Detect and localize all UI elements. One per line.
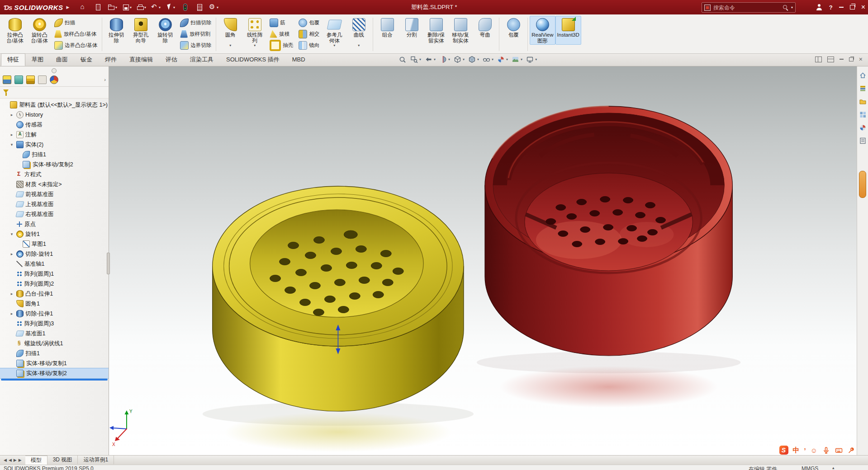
shell-button[interactable]: 抽壳 [268,40,295,51]
dimxpertmanager-tab-icon[interactable] [38,75,47,84]
expand-arrow-icon[interactable]: ▸ [9,291,14,296]
expand-arrow-icon[interactable]: ▾ [9,142,14,147]
tree-item[interactable]: 阵列(圆周)1 [0,269,109,279]
tab-scroll-next-button[interactable]: ▶ [14,458,17,462]
displaymanager-tab-icon[interactable] [50,75,58,84]
linear-pattern-button[interactable]: 线性阵列▾ [242,16,267,48]
display-style-button[interactable]: ▾ [468,55,479,64]
revolve-boss-button[interactable]: 旋转凸台/基体 [27,16,52,45]
curves-button[interactable]: 曲线 ▾ [346,16,371,48]
swept-boss-button[interactable]: 扫描 [52,17,99,28]
document-tab[interactable]: 3D 视图 [47,456,78,464]
ribbon-tab[interactable]: 渲染工具 [184,53,220,66]
taskpane-home-icon[interactable] [859,71,867,79]
boundary-cut-button[interactable]: 边界切除 [178,40,213,51]
wrap-button[interactable]: 包覆 [501,16,526,45]
ime-punctuation-toggle[interactable]: ’ [804,446,806,454]
zoom-area-button[interactable]: ▾ [410,55,421,64]
ribbon-tab[interactable]: 评估 [159,53,184,66]
mirror-button[interactable]: 镜向 [297,40,321,51]
open-file-button[interactable]: ▾ [106,1,119,13]
rebuild-button[interactable] [178,1,192,13]
select-cursor-button[interactable]: ▾ [164,1,177,13]
search-icon[interactable] [783,5,789,11]
view-palette-icon[interactable] [859,110,867,118]
tree-item[interactable]: 材质 <未指定> [0,179,109,189]
split-button[interactable]: 分割 [399,16,424,45]
intersect-button[interactable]: 相交 [297,28,321,39]
panel-splitter-handle[interactable] [107,253,110,274]
previous-view-button[interactable]: ▾ [424,55,436,64]
ribbon-tab[interactable]: MBD [286,53,312,66]
search-dropdown-icon[interactable]: ▾ [791,5,793,9]
tree-item[interactable]: 圆角1 [0,299,109,309]
propertymanager-tab-icon[interactable] [14,75,23,84]
tree-item[interactable]: 实体-移动/复制2 [0,368,109,378]
configurationmanager-tab-icon[interactable] [26,75,35,84]
tree-item[interactable]: ▸切除-旋转1 [0,249,109,259]
print-button[interactable]: ▾ [135,1,148,13]
close-button[interactable]: × [861,4,865,11]
tree-item[interactable]: 前视基准面 [0,189,109,199]
view-orientation-button[interactable]: ▾ [453,55,465,64]
tree-item[interactable]: 传感器 [0,120,109,130]
tree-item[interactable]: 实体-移动/复制2 [0,160,109,169]
tree-item[interactable]: 草图1 [0,239,109,249]
custom-properties-icon[interactable] [859,136,867,145]
delete-keep-body-button[interactable]: 删除/保留实体 [424,16,448,45]
filter-funnel-icon[interactable] [3,89,9,96]
combine-button[interactable]: 组合 [375,16,399,45]
draft-button[interactable]: 拔模 [268,28,295,39]
ime-emoji-button[interactable]: ☺ [811,446,817,454]
minimize-button[interactable] [839,7,844,8]
extruded-cut-button[interactable]: 拉伸切除 [104,16,128,45]
task-pane-slider[interactable] [859,171,866,198]
document-tab[interactable]: 运动算例1 [78,456,114,464]
document-tab[interactable]: 模型 [25,456,47,465]
boundary-boss-button[interactable]: 边界凸台/基体 [52,40,99,51]
help-button[interactable]: ? [829,4,833,11]
tree-item[interactable]: 实体-移动/复制1 [0,358,109,368]
tree-item[interactable]: 方程式 [0,169,109,179]
undo-button[interactable]: ▾ [149,1,163,13]
ribbon-tab[interactable]: 草图 [25,53,50,66]
split-vertical-icon[interactable] [815,56,822,62]
ribbon-tab[interactable]: SOLIDWORKS 插件 [220,53,286,66]
section-view-button[interactable]: ▾ [439,55,450,64]
panel-collapse-handle[interactable] [52,68,57,73]
tree-item[interactable]: 右视基准面 [0,209,109,219]
command-search[interactable]: ▾ [702,2,796,13]
home-button[interactable] [77,1,90,13]
extrude-boss-button[interactable]: 拉伸凸台/基体 [3,16,27,45]
hide-show-items-button[interactable]: ▾ [482,55,493,64]
search-scope-icon[interactable] [704,5,711,11]
yellow-part-body[interactable] [213,186,464,411]
tab-scroll-first-button[interactable]: ◀ [4,458,7,462]
expand-arrow-icon[interactable]: ▸ [9,132,14,137]
flex-button[interactable]: 弯曲 [473,16,497,45]
tree-item[interactable]: 阵列(圆周)2 [0,279,109,289]
tree-item[interactable]: 阵列(圆周)3 [0,319,109,329]
tree-item[interactable]: ▸切除-拉伸1 [0,309,109,319]
move-copy-body-button[interactable]: 移动/复制实体 [448,16,473,45]
view-settings-button[interactable]: ▾ [526,55,537,64]
expand-arrow-icon[interactable]: ▸ [9,113,14,117]
tab-scroll-last-button[interactable]: ▶ [19,458,22,462]
graphics-viewport[interactable]: Y Z X [109,66,857,455]
expand-arrow-icon[interactable]: ▸ [9,311,14,316]
options-gear-button[interactable]: ▾ [207,1,221,13]
menu-expand-icon[interactable]: ▶ [66,5,70,9]
lofted-boss-button[interactable]: 放样凸台/基体 [52,28,99,39]
tree-item[interactable]: 扫描1 [0,348,109,358]
tree-item[interactable]: ▾实体(2) [0,140,109,150]
doc-close-button[interactable]: × [859,56,863,62]
tree-item[interactable]: 基准面1 [0,329,109,338]
new-file-button[interactable] [91,1,105,13]
swept-cut-button[interactable]: 扫描切除 [178,17,213,28]
hole-wizard-button[interactable]: 异型孔向导 [128,16,153,45]
reference-geometry-button[interactable]: 参考几何体▾ [322,16,346,48]
fillet-button[interactable]: 圆角 ▾ [218,16,242,48]
ribbon-tab[interactable]: 直接编辑 [123,53,159,66]
rollback-bar[interactable] [1,379,108,381]
ime-language-toggle[interactable]: 中 [793,446,800,455]
